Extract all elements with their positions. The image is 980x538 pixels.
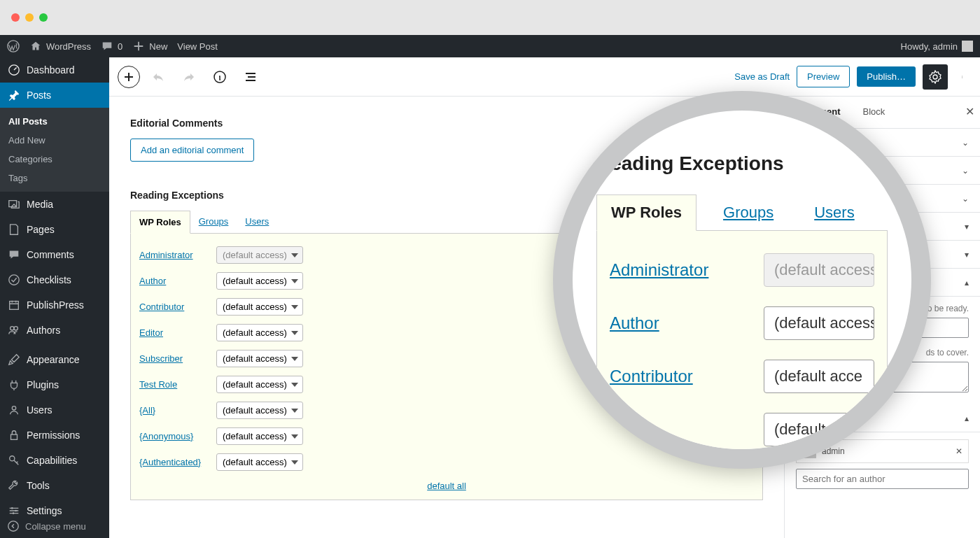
outline-button[interactable] xyxy=(238,64,263,90)
comments-link[interactable]: 0 xyxy=(101,40,122,52)
chevron-down-icon: ⌄ xyxy=(962,194,969,204)
site-link[interactable]: WordPress xyxy=(29,40,91,52)
save-draft-button[interactable]: Save as Draft xyxy=(734,71,790,82)
svg-point-5 xyxy=(14,327,18,330)
info-button[interactable] xyxy=(207,64,232,90)
menu-posts[interactable]: Posts xyxy=(0,83,109,108)
role-link[interactable]: Subscriber xyxy=(139,353,204,364)
checklists-icon xyxy=(7,273,21,287)
sub-add-new[interactable]: Add New xyxy=(0,131,109,150)
mag-tab-wp-roles[interactable]: WP Roles xyxy=(596,194,696,231)
svg-rect-7 xyxy=(11,434,18,439)
mag-role-row: Administrator(default access xyxy=(610,243,874,297)
sub-categories[interactable]: Categories xyxy=(0,150,109,169)
role-access-select[interactable]: (default access) xyxy=(216,376,303,393)
window-close-dot[interactable] xyxy=(11,13,20,22)
mag-role-link[interactable]: Author xyxy=(610,313,736,333)
preview-button[interactable]: Preview xyxy=(797,66,850,87)
caret-up-icon: ▴ xyxy=(965,413,969,423)
mag-role-link[interactable]: Contributor xyxy=(610,367,736,386)
role-access-select[interactable]: (default access) xyxy=(216,324,303,341)
lock-icon xyxy=(7,428,21,442)
remove-author-button[interactable]: ✕ xyxy=(955,446,962,456)
mag-role-access-select[interactable]: (default acce xyxy=(764,360,874,393)
mag-role-row: Author(default access xyxy=(610,297,874,350)
menu-users[interactable]: Users xyxy=(0,397,109,423)
tab-wp-roles[interactable]: WP Roles xyxy=(130,211,190,234)
media-icon xyxy=(7,197,21,211)
role-access-select[interactable]: (default access) xyxy=(216,246,303,264)
menu-tools[interactable]: Tools xyxy=(0,473,109,498)
role-access-select[interactable]: (default access) xyxy=(216,427,303,445)
window-minimize-dot[interactable] xyxy=(25,13,34,22)
svg-point-14 xyxy=(962,76,962,76)
role-access-select[interactable]: (default access) xyxy=(216,350,303,367)
svg-point-15 xyxy=(962,76,962,77)
plug-icon xyxy=(7,378,21,392)
wp-admin-bar: WordPress 0 New View Post Howdy, admin xyxy=(0,35,980,57)
role-link[interactable]: {Authenticated} xyxy=(139,457,204,467)
new-link[interactable]: New xyxy=(132,40,167,52)
role-access-select[interactable]: (default access) xyxy=(216,402,303,419)
default-all-link[interactable]: default all xyxy=(427,481,466,491)
menu-comments[interactable]: Comments xyxy=(0,242,109,267)
svg-rect-3 xyxy=(10,302,19,310)
undo-button[interactable] xyxy=(146,64,171,90)
view-post-link[interactable]: View Post xyxy=(177,41,218,52)
role-link[interactable]: {Anonymous} xyxy=(139,431,204,441)
role-link[interactable]: Administrator xyxy=(139,250,204,260)
sub-all-posts[interactable]: All Posts xyxy=(0,112,109,131)
menu-pages[interactable]: Pages xyxy=(0,217,109,242)
tab-groups[interactable]: Groups xyxy=(190,211,237,233)
caret-down-icon: ▾ xyxy=(965,222,969,232)
svg-point-8 xyxy=(10,456,15,461)
menu-media[interactable]: Media xyxy=(0,192,109,217)
mag-tab-users[interactable]: Users xyxy=(800,195,868,230)
menu-appearance[interactable]: Appearance xyxy=(0,347,109,372)
menu-plugins[interactable]: Plugins xyxy=(0,372,109,397)
menu-dashboard[interactable]: Dashboard xyxy=(0,57,109,83)
add-editorial-comment-button[interactable]: Add an editorial comment xyxy=(130,139,254,162)
menu-permissions[interactable]: Permissions xyxy=(0,423,109,448)
mag-role-link[interactable]: Administrator xyxy=(610,260,736,280)
window-titlebar xyxy=(0,0,980,35)
mag-tab-groups[interactable]: Groups xyxy=(709,195,788,230)
role-link[interactable]: Editor xyxy=(139,327,204,338)
publish-button[interactable]: Publish… xyxy=(857,66,916,87)
svg-point-16 xyxy=(962,77,962,78)
admin-sidebar: Dashboard Posts All Posts Add New Catego… xyxy=(0,57,109,538)
svg-point-12 xyxy=(8,521,18,531)
window-zoom-dot[interactable] xyxy=(39,13,48,22)
settings-gear-button[interactable] xyxy=(923,64,948,90)
menu-checklists[interactable]: Checklists xyxy=(0,267,109,292)
role-link[interactable]: Contributor xyxy=(139,302,204,312)
tab-block[interactable]: Block xyxy=(852,97,897,128)
mag-role-access-select[interactable]: (default access xyxy=(764,306,874,340)
author-search-input[interactable] xyxy=(796,469,969,489)
role-link[interactable]: Test Role xyxy=(139,379,204,390)
close-sidebar-button[interactable]: ✕ xyxy=(965,105,974,118)
sub-tags[interactable]: Tags xyxy=(0,169,109,187)
tab-users[interactable]: Users xyxy=(237,211,277,233)
calendar-icon xyxy=(7,298,21,312)
role-access-select[interactable]: (default access) xyxy=(216,453,303,471)
comments-icon xyxy=(7,248,21,262)
svg-point-9 xyxy=(11,507,13,509)
menu-publishpress[interactable]: PublishPress xyxy=(0,292,109,318)
role-access-select[interactable]: (default access) xyxy=(216,272,303,290)
chevron-down-icon: ⌄ xyxy=(962,166,969,176)
menu-capabilities[interactable]: Capabilities xyxy=(0,448,109,473)
add-block-button[interactable] xyxy=(118,66,140,88)
role-link[interactable]: Author xyxy=(139,276,204,286)
authors-icon xyxy=(7,323,21,337)
redo-button[interactable] xyxy=(176,64,202,90)
collapse-menu[interactable]: Collapse menu xyxy=(0,514,109,538)
role-link[interactable]: {All} xyxy=(139,405,204,416)
role-access-select[interactable]: (default access) xyxy=(216,298,303,316)
wp-logo[interactable] xyxy=(7,40,20,52)
more-menu-button[interactable] xyxy=(955,64,972,90)
avatar xyxy=(962,41,973,52)
howdy-link[interactable]: Howdy, admin xyxy=(901,41,973,52)
menu-authors[interactable]: Authors xyxy=(0,318,109,343)
mag-role-access-select[interactable]: (default access xyxy=(764,253,874,287)
